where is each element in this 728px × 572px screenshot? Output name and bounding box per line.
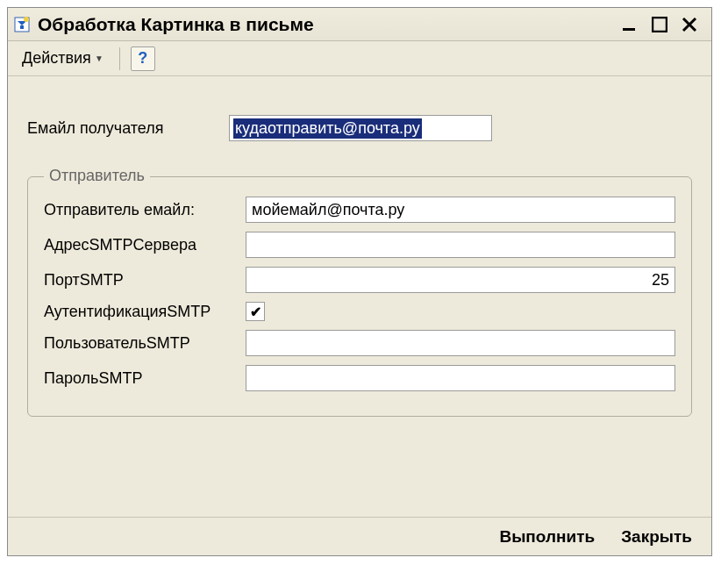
smtp-user-input[interactable] (246, 330, 675, 356)
svg-rect-4 (623, 28, 635, 31)
smtp-address-row: АдресSMTPСервера (44, 232, 675, 258)
smtp-password-label: ПарольSMTP (44, 369, 246, 388)
titlebar: Обработка Картинка в письме (8, 8, 711, 41)
toolbar-separator (119, 47, 120, 70)
actions-label: Действия (22, 49, 91, 68)
maximize-button[interactable] (650, 15, 669, 34)
smtp-address-input[interactable] (246, 232, 675, 258)
smtp-auth-row: АутентификацияSMTP ✔ (44, 302, 675, 321)
actions-menu[interactable]: Действия ▼ (17, 46, 109, 71)
sender-email-input[interactable] (246, 197, 675, 223)
smtp-port-label: ПортSMTP (44, 271, 246, 290)
footer: Выполнить Закрыть (8, 517, 711, 555)
smtp-auth-label: АутентификацияSMTP (44, 303, 246, 321)
smtp-port-input[interactable] (246, 267, 675, 293)
content-area: Емайл получателя кудаотправить@почта.ру … (8, 76, 711, 517)
execute-button[interactable]: Выполнить (494, 524, 600, 550)
smtp-address-label: АдресSMTPСервера (44, 236, 246, 254)
recipient-label: Емайл получателя (27, 119, 229, 138)
smtp-password-row: ПарольSMTP (44, 365, 675, 391)
smtp-user-row: ПользовательSMTP (44, 330, 675, 356)
window-title: Обработка Картинка в письме (38, 14, 620, 35)
sender-legend: Отправитель (44, 167, 150, 185)
recipient-input[interactable]: кудаотправить@почта.ру (229, 115, 492, 141)
recipient-row: Емайл получателя кудаотправить@почта.ру (27, 115, 692, 141)
sender-fieldset: Отправитель Отправитель емайл: АдресSMTP… (27, 176, 692, 417)
app-window: Обработка Картинка в письме Действия ▼ ?… (7, 7, 712, 556)
check-icon: ✔ (250, 304, 261, 320)
recipient-value: кудаотправить@почта.ру (233, 118, 422, 139)
svg-rect-5 (653, 18, 667, 32)
smtp-user-label: ПользовательSMTP (44, 334, 246, 353)
close-window-button[interactable]: Закрыть (616, 524, 697, 550)
help-button[interactable]: ? (131, 46, 155, 71)
smtp-port-row: ПортSMTP (44, 267, 675, 293)
close-button[interactable] (680, 15, 699, 34)
sender-email-label: Отправитель емайл: (44, 201, 246, 219)
chevron-down-icon: ▼ (95, 54, 103, 63)
toolbar: Действия ▼ ? (8, 41, 711, 76)
minimize-button[interactable] (620, 15, 639, 34)
smtp-password-input[interactable] (246, 365, 675, 391)
app-icon (13, 16, 31, 33)
window-controls (620, 15, 706, 34)
sender-email-row: Отправитель емайл: (44, 197, 675, 223)
svg-point-3 (24, 17, 29, 22)
smtp-auth-checkbox[interactable]: ✔ (246, 302, 265, 321)
svg-rect-2 (20, 25, 24, 29)
